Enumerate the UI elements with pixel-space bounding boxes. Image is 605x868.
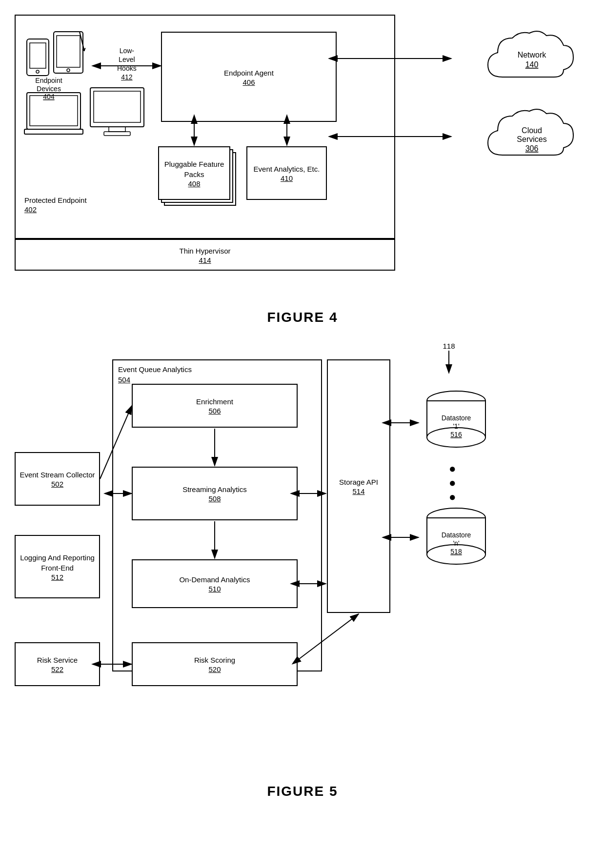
on-demand-analytics-number: 510 [208, 585, 221, 593]
on-demand-analytics-label: On-Demand Analytics [179, 574, 250, 585]
svg-text:Datastore: Datastore [442, 531, 471, 539]
endpoint-agent-number: 406 [242, 78, 255, 86]
risk-scoring-label: Risk Scoring [194, 655, 235, 665]
svg-rect-14 [104, 132, 130, 136]
svg-text:'n': 'n' [453, 539, 459, 547]
enrichment-number: 506 [208, 407, 221, 415]
storage-api-number: 514 [352, 487, 364, 495]
svg-text:404: 404 [43, 93, 55, 100]
risk-service-number: 522 [51, 665, 63, 673]
svg-rect-10 [24, 129, 83, 134]
protected-endpoint-label: Protected Endpoint [24, 195, 87, 205]
svg-rect-11 [90, 88, 144, 127]
event-stream-collector-label: Event Stream Collector [20, 470, 95, 480]
risk-scoring-number: 520 [208, 665, 221, 673]
event-stream-collector-number: 502 [51, 480, 63, 488]
svg-rect-1 [30, 43, 46, 68]
svg-point-2 [36, 70, 39, 73]
cloud-services: Cloud Services 306 [483, 106, 581, 177]
protected-endpoint-number: 402 [24, 205, 87, 214]
event-queue-analytics-label: Event Queue Analytics [118, 365, 192, 374]
event-analytics-number: 410 [281, 174, 293, 182]
figure5-caption: FIGURE 5 [15, 784, 590, 799]
event-analytics-label: Event Analytics, Etc. [254, 164, 320, 174]
thin-hypervisor-number: 414 [199, 256, 211, 264]
svg-text:Devices: Devices [37, 85, 61, 93]
svg-text:'1': '1' [453, 422, 459, 430]
low-level-hooks-label: Low-LevelHooks [117, 46, 137, 73]
figure4-caption: FIGURE 4 [15, 310, 590, 325]
svg-text:Datastore: Datastore [442, 414, 471, 422]
storage-api-label: Storage API [339, 477, 378, 487]
streaming-analytics-label: Streaming Analytics [182, 484, 247, 494]
risk-service-label: Risk Service [37, 655, 78, 665]
pluggable-packs-number: 408 [188, 179, 200, 188]
svg-rect-13 [109, 127, 125, 132]
svg-text:306: 306 [525, 144, 539, 153]
endpoint-agent-label: Endpoint Agent [224, 68, 274, 78]
event-queue-analytics-number: 504 [118, 375, 192, 385]
svg-text:516: 516 [450, 431, 462, 438]
ref-118-arrow: 118 [420, 340, 468, 379]
enrichment-label: Enrichment [196, 396, 233, 407]
datastoren: Datastore 'n' 518 [420, 506, 493, 571]
svg-rect-12 [94, 91, 141, 122]
logging-reporting-label: Logging And Reporting Front-End [16, 552, 99, 573]
svg-text:Cloud: Cloud [522, 126, 542, 135]
svg-text:Network: Network [518, 51, 547, 59]
svg-rect-4 [57, 36, 80, 67]
svg-text:518: 518 [450, 548, 462, 555]
svg-text:Services: Services [517, 135, 546, 143]
svg-point-5 [67, 69, 70, 72]
thin-hypervisor-label: Thin Hypervisor [179, 246, 230, 256]
streaming-analytics-number: 508 [208, 494, 221, 503]
network-cloud: Network 140 [483, 28, 581, 99]
logging-reporting-number: 512 [51, 573, 63, 581]
pluggable-packs-label: Pluggable Feature Packs [159, 159, 229, 179]
datastore-dots: ●●● [449, 462, 456, 504]
svg-text:118: 118 [443, 342, 455, 350]
datastore1: Datastore '1' 516 [420, 389, 493, 454]
svg-text:Endpoint: Endpoint [35, 77, 62, 84]
low-level-hooks-number: 412 [117, 73, 137, 81]
svg-text:140: 140 [525, 60, 539, 69]
